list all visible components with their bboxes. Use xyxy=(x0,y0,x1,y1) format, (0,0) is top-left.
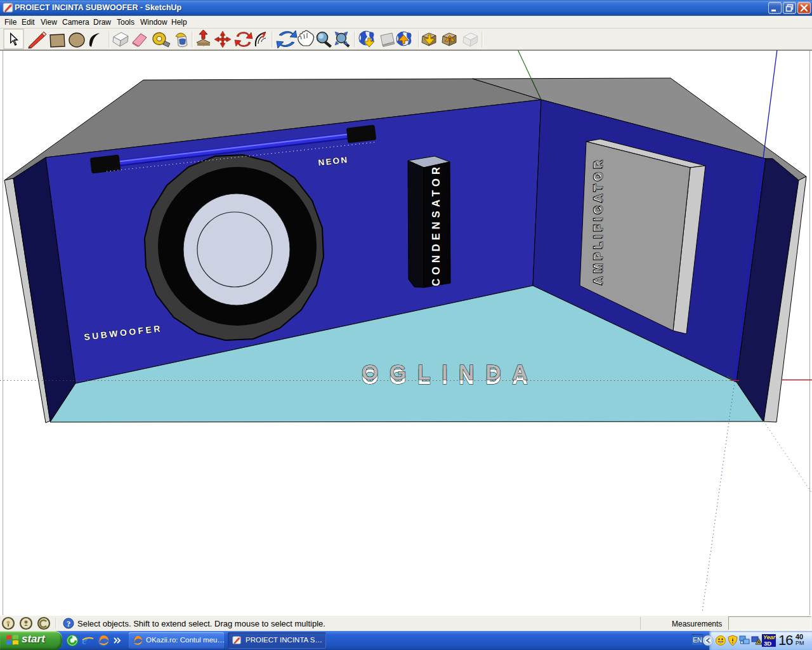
svg-text:A: A xyxy=(757,640,760,644)
svg-text:AMPLIFICATOR: AMPLIFICATOR xyxy=(593,156,605,284)
svg-text:?: ? xyxy=(67,620,70,628)
svg-text:3D: 3D xyxy=(764,640,771,647)
svg-text:OGLINDA: OGLINDA xyxy=(362,360,539,384)
svg-text:CONDENSATOR: CONDENSATOR xyxy=(430,163,442,286)
svg-text:e: e xyxy=(82,634,88,647)
